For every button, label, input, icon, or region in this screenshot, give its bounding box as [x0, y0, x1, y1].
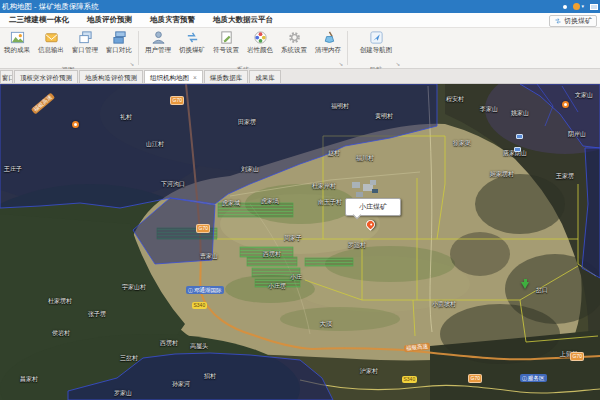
switch-icon	[185, 30, 200, 45]
village-label: 张子塄	[88, 310, 106, 319]
palette-icon	[253, 30, 268, 45]
road-badge: G70	[468, 374, 482, 383]
doc-tab-org-map[interactable]: 组织机构地图×	[144, 70, 203, 83]
poi-label-interchange: ⓘ邓通湖国际	[186, 286, 224, 294]
switch-mine-button[interactable]: 切换煤矿	[175, 29, 209, 58]
window-manage-button[interactable]: 窗口管理	[68, 29, 102, 58]
village-label: 南玉子村	[318, 198, 342, 207]
system-settings-button[interactable]: 系统设置	[277, 29, 311, 58]
dialog-launcher-icon[interactable]: ↘	[129, 61, 134, 67]
doc-tab-coal-db[interactable]: 煤质数据库	[204, 70, 249, 83]
village-label: 礼村	[120, 113, 132, 122]
village-label: 昌家村	[20, 375, 38, 384]
create-navmap-button[interactable]: 创建导航图	[354, 29, 398, 58]
ribbon-separator	[138, 31, 139, 65]
village-label: 姚家山	[511, 109, 529, 118]
village-label: 下河沟口	[161, 180, 185, 189]
info-output-button[interactable]: 信息输出	[34, 29, 68, 58]
clear-memory-button[interactable]: 清理内存	[311, 29, 345, 58]
village-label: 王家塄	[556, 172, 574, 181]
user-avatar[interactable]: ▾	[573, 3, 584, 10]
village-label: 招村	[204, 372, 216, 381]
village-label: 高屋头	[190, 342, 208, 351]
village-label: 西塄村	[160, 339, 178, 348]
village-label: 阴岸山	[568, 130, 586, 139]
ribbon-toolbar: 我的成果 信息输出 窗口管理	[0, 28, 600, 69]
window-compare-icon	[112, 30, 127, 45]
village-label: 小贾坡村	[432, 300, 456, 309]
app-window: 机构地图 - 煤矿地质保障系统 ▾ 二三维建模一体化 地质评价预测 地质灾害预警…	[0, 0, 600, 400]
mine-callout[interactable]: 小庄煤矿	[345, 198, 401, 216]
window-compare-button[interactable]: 窗口对比	[102, 29, 136, 58]
poi-square-icon	[516, 134, 523, 139]
nav-map-icon	[369, 30, 384, 45]
menu-bar: 二三维建模一体化 地质评价预测 地质灾害预警 地质大数据云平台 切换煤矿	[0, 13, 600, 28]
village-label: 罗运村	[348, 241, 366, 250]
village-label: 沪家村	[360, 367, 378, 376]
my-results-button[interactable]: 我的成果	[0, 29, 34, 58]
doc-tab-structure-eval[interactable]: 地质构造评价预测	[79, 70, 143, 83]
doc-tab-roof-water[interactable]: 顶板突水评价预测	[14, 70, 78, 83]
dialog-launcher-icon[interactable]: ↘	[395, 61, 400, 67]
road-badge: S340	[402, 376, 417, 383]
green-arrow-marker[interactable]	[521, 282, 529, 289]
symbol-settings-button[interactable]: 符号设置	[209, 29, 243, 58]
lithology-color-button[interactable]: 岩性颜色	[243, 29, 277, 58]
menu-tab-modeling[interactable]: 二三维建模一体化	[0, 15, 78, 25]
ribbon-group-system: 用户管理 切换煤矿 符号设置	[141, 28, 345, 68]
village-label: 孙家河	[172, 380, 190, 389]
menu-tab-disaster[interactable]: 地质灾害预警	[141, 15, 204, 25]
village-label: 小庄塄	[268, 282, 286, 291]
mail-icon	[44, 30, 59, 45]
menu-tab-bigdata[interactable]: 地质大数据云平台	[204, 15, 282, 25]
mine-ring-marker[interactable]	[72, 121, 79, 128]
ribbon-group-view: 我的成果 信息输出 窗口管理	[0, 28, 136, 68]
poi-label-service-area: ⓘ服务区	[520, 374, 547, 382]
mine-ring-marker[interactable]	[562, 101, 569, 108]
title-bar: 机构地图 - 煤矿地质保障系统 ▾	[0, 0, 600, 13]
symbol-edit-icon	[219, 30, 234, 45]
ribbon-group-navigation: 创建导航图 导航 ↘	[350, 28, 402, 68]
close-icon[interactable]: ×	[193, 74, 197, 81]
village-label: 刘家山	[241, 165, 259, 174]
gear-icon	[287, 30, 302, 45]
village-label: 姬家塄村	[490, 170, 514, 179]
village-label: 黄明村	[375, 112, 393, 121]
village-label: 曹家山	[200, 252, 218, 261]
ribbon-separator	[347, 31, 348, 65]
broom-icon	[321, 30, 336, 45]
road-badge: G70	[170, 96, 184, 105]
village-label: 虎家墕	[261, 197, 279, 206]
village-label: 杜家岸村	[312, 182, 336, 191]
village-label: 三岔村	[120, 354, 138, 363]
village-label: 宇家山村	[122, 283, 146, 292]
map-canvas[interactable]: 礼村山江村田家塄刘家山王庄子福明村黄明村程安村李家山姚家山文家山阴岸山徐家渠唐家…	[0, 84, 600, 400]
doc-tab-results-lib[interactable]: 成果库	[249, 70, 281, 83]
switch-mine-quick-button[interactable]: 切换煤矿	[549, 15, 597, 27]
document-tab-bar: 窗口 顶板突水评价预测 地质构造评价预测 组织机构地图× 煤质数据库 成果库	[0, 69, 600, 84]
windows-icon	[78, 30, 93, 45]
village-label: 侯岩村	[52, 329, 70, 338]
village-label: 岔口	[536, 286, 548, 295]
window-title: 机构地图 - 煤矿地质保障系统	[0, 2, 99, 12]
village-label: 田家塄	[238, 118, 256, 127]
user-manage-button[interactable]: 用户管理	[141, 29, 175, 58]
info-icon: ⓘ	[522, 375, 527, 381]
window-control-icon[interactable]	[590, 4, 598, 10]
poi-square-icon	[514, 147, 521, 152]
chevron-down-icon: ▾	[581, 4, 584, 9]
village-label: 杜家塄村	[48, 297, 72, 306]
doc-tab-window[interactable]: 窗口	[0, 70, 13, 83]
village-label: 周家子	[284, 234, 302, 243]
village-label: 小庄	[290, 273, 302, 282]
notification-dot-icon	[563, 5, 567, 9]
picture-icon	[10, 30, 25, 45]
info-icon: ⓘ	[188, 287, 193, 293]
menu-tab-evaluation[interactable]: 地质评价预测	[78, 15, 141, 25]
dialog-launcher-icon[interactable]: ↘	[338, 61, 343, 67]
village-label: 徐家渠	[453, 139, 471, 148]
village-label: 西塄村	[263, 250, 281, 259]
village-label: 山江村	[146, 140, 164, 149]
avatar-icon	[573, 3, 580, 10]
village-label: 王庄子	[4, 165, 22, 174]
